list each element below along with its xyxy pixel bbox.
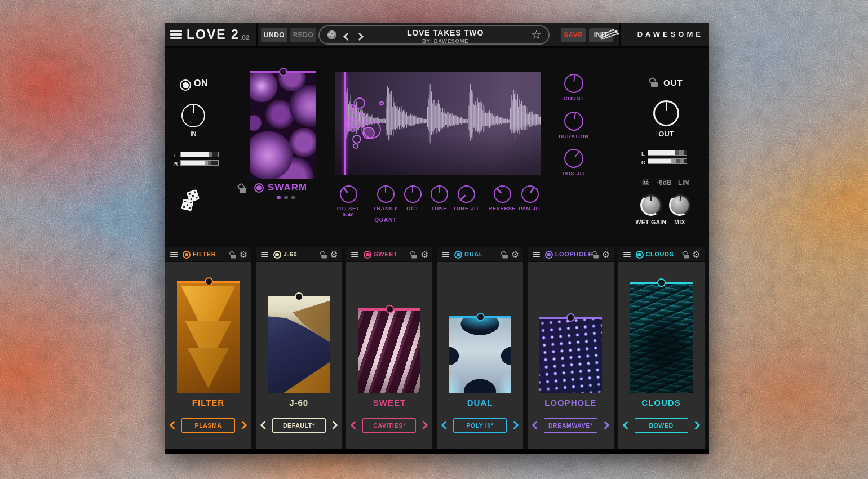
module-lock-icon[interactable] (502, 252, 508, 259)
module-lock-icon[interactable] (593, 252, 599, 259)
module-slider-handle[interactable] (386, 305, 394, 313)
module-preset-row: DREAMWAVE* (528, 418, 614, 433)
module-enable-icon[interactable] (273, 251, 281, 259)
output-lock-icon[interactable] (651, 78, 658, 87)
module-thumbnail-slider[interactable] (177, 281, 240, 393)
module-thumbnail-slider[interactable] (539, 317, 602, 393)
limiter-lim-label[interactable]: LIM (678, 179, 690, 187)
next-module-preset-icon[interactable] (419, 421, 428, 430)
swarm-label[interactable]: SWARM (268, 182, 307, 193)
module-lock-icon[interactable] (321, 252, 327, 259)
module-lock-icon[interactable] (412, 252, 418, 259)
limiter-skull-icon[interactable]: ☠ (641, 177, 649, 188)
preset-browser[interactable]: LOVE TAKES TWO BY: DAWESOME ☆ (318, 25, 550, 45)
module-header-label[interactable]: J-60 (284, 251, 297, 258)
prev-module-preset-icon[interactable] (260, 421, 269, 430)
grain-knob-label: PAN-JIT (512, 205, 548, 211)
module-thumbnail-slider[interactable] (630, 282, 693, 393)
module-slider-handle[interactable] (476, 313, 485, 321)
module-header: CLOUDS ⚙ (618, 247, 705, 262)
wet-gain-knob[interactable] (640, 194, 662, 216)
out-meter-left (648, 150, 687, 156)
module-lock-icon[interactable] (231, 252, 236, 259)
module-menu-icon[interactable] (533, 252, 540, 257)
swarm-visual-panel[interactable] (250, 71, 316, 179)
prev-module-preset-icon[interactable] (351, 421, 360, 430)
favorite-star-icon[interactable]: ☆ (531, 28, 542, 42)
browse-presets-icon[interactable] (327, 30, 336, 39)
module-preset-select[interactable]: BOWED (635, 418, 688, 433)
quant-label[interactable]: QUANT (367, 216, 404, 223)
page-dot[interactable] (291, 196, 295, 199)
module-enable-icon[interactable] (545, 251, 553, 259)
out-gain-knob[interactable] (653, 100, 679, 126)
on-label: ON (194, 78, 208, 88)
module-menu-icon[interactable] (170, 252, 178, 257)
module-menu-icon[interactable] (442, 252, 449, 257)
in-gain-knob[interactable] (181, 104, 205, 127)
grain-knob[interactable]: TUNE-JIT (448, 185, 484, 211)
next-module-preset-icon[interactable] (329, 421, 338, 430)
swarm-slider-handle[interactable] (279, 68, 287, 76)
module-enable-icon[interactable] (183, 251, 191, 259)
undo-button[interactable]: UNDO (261, 28, 287, 42)
module-lock-icon[interactable] (684, 252, 689, 259)
module-thumbnail-slider[interactable] (449, 316, 511, 393)
save-button[interactable]: SAVE (561, 28, 586, 42)
waveform-display[interactable] (335, 72, 541, 175)
module-settings-gear-icon[interactable]: ⚙ (420, 249, 428, 260)
module-settings-gear-icon[interactable]: ⚙ (692, 249, 700, 260)
module-slider-handle[interactable] (205, 277, 213, 286)
input-on-toggle[interactable] (180, 79, 191, 91)
module-header-label[interactable]: DUAL (464, 251, 483, 258)
next-module-preset-icon[interactable] (601, 421, 610, 430)
module-thumbnail-slider[interactable] (268, 296, 330, 393)
prev-module-preset-icon[interactable] (170, 421, 179, 430)
module-slider-handle[interactable] (657, 278, 666, 287)
module-menu-icon[interactable] (351, 252, 358, 257)
module-preset-select[interactable]: CAVITIES* (362, 418, 416, 433)
prev-module-preset-icon[interactable] (441, 421, 450, 430)
swarm-param-knob[interactable]: POS-JIT (556, 149, 592, 176)
module-preset-select[interactable]: POLY III* (453, 418, 507, 433)
module-settings-gear-icon[interactable]: ⚙ (240, 249, 247, 260)
prev-module-preset-icon[interactable] (622, 421, 631, 430)
prev-module-preset-icon[interactable] (532, 421, 541, 430)
page-dot[interactable] (284, 196, 288, 199)
module-enable-icon[interactable] (454, 251, 462, 259)
module-header-label[interactable]: LOOPHOLE (555, 251, 593, 258)
main-menu-icon[interactable] (170, 30, 182, 39)
module-header-label[interactable]: CLOUDS (646, 251, 674, 258)
module-preset-select[interactable]: DEFAULT* (272, 418, 326, 433)
grain-knob[interactable]: PAN-JIT (512, 185, 548, 211)
swarm-page-dots[interactable] (277, 196, 295, 199)
module-preset-select[interactable]: PLASMA (181, 418, 235, 433)
page-dot[interactable] (277, 196, 281, 199)
next-module-preset-icon[interactable] (510, 421, 519, 430)
swarm-radio-icon[interactable] (254, 183, 264, 193)
module-settings-gear-icon[interactable]: ⚙ (511, 249, 519, 260)
module-enable-icon[interactable] (636, 251, 644, 259)
module-menu-icon[interactable] (261, 252, 268, 257)
next-preset-icon[interactable] (356, 33, 364, 41)
preset-title[interactable]: LOVE TAKES TWO (370, 28, 520, 37)
randomize-dice-icon[interactable] (181, 190, 207, 214)
swarm-lock-icon[interactable] (240, 184, 247, 193)
redo-button[interactable]: REDO (290, 28, 316, 42)
next-module-preset-icon[interactable] (238, 421, 247, 430)
limiter-db-label[interactable]: -6dB (657, 179, 672, 187)
module-header-label[interactable]: FILTER (193, 251, 216, 258)
next-module-preset-icon[interactable] (691, 421, 700, 430)
swarm-param-knob[interactable]: COUNT (556, 74, 592, 101)
module-preset-select[interactable]: DREAMWAVE* (544, 418, 597, 433)
module-settings-gear-icon[interactable]: ⚙ (330, 249, 338, 260)
mix-knob[interactable] (669, 194, 690, 216)
module-menu-icon[interactable] (623, 252, 631, 257)
module-settings-gear-icon[interactable]: ⚙ (601, 249, 609, 260)
module-header-label[interactable]: SWEET (374, 251, 397, 258)
module-enable-icon[interactable] (364, 251, 371, 259)
swarm-param-knob[interactable]: DURATION (556, 112, 592, 139)
module-thumbnail-slider[interactable] (358, 308, 420, 393)
prev-preset-icon[interactable] (343, 33, 351, 41)
grain-knob[interactable]: OFFSET 0.40 (330, 185, 366, 218)
